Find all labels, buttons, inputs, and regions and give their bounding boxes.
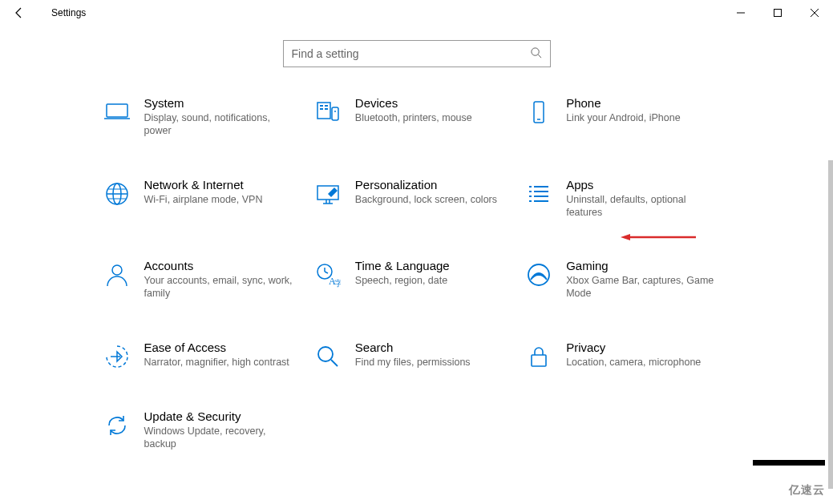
tile-privacy[interactable]: Privacy Location, camera, microphone xyxy=(526,341,718,369)
svg-rect-11 xyxy=(320,108,323,110)
tile-title: Update & Security xyxy=(144,409,297,423)
tile-desc: Speech, region, date xyxy=(355,274,507,287)
tile-gaming[interactable]: Gaming Xbox Game Bar, captures, Game Mod… xyxy=(526,259,718,300)
tile-title: Time & Language xyxy=(355,259,507,272)
svg-point-34 xyxy=(112,265,122,275)
svg-rect-6 xyxy=(107,104,127,117)
devices-icon xyxy=(315,99,341,125)
tile-title: Personalization xyxy=(355,178,507,192)
search-input[interactable] xyxy=(292,47,530,60)
vertical-scrollbar[interactable] xyxy=(828,160,833,489)
settings-grid: System Display, sound, notifications, po… xyxy=(104,96,730,474)
tile-title: Phone xyxy=(566,96,718,110)
minimize-button[interactable] xyxy=(722,0,759,26)
tile-desc: Find my files, permissions xyxy=(355,356,507,369)
watermark-text: 亿速云 xyxy=(789,483,825,498)
watermark-bar xyxy=(753,460,825,466)
tile-devices[interactable]: Devices Bluetooth, printers, mouse xyxy=(315,96,507,138)
close-button[interactable] xyxy=(796,0,833,26)
apps-icon xyxy=(526,181,552,207)
tile-title: Accounts xyxy=(144,259,297,272)
ease-of-access-icon xyxy=(104,344,130,369)
tile-title: Gaming xyxy=(566,259,718,272)
gaming-icon xyxy=(526,262,552,288)
svg-rect-9 xyxy=(320,105,323,107)
tile-desc: Bluetooth, printers, mouse xyxy=(355,111,507,124)
window-title: Settings xyxy=(38,7,86,18)
tile-title: Privacy xyxy=(566,341,718,354)
tile-time-language[interactable]: A字 Time & Language Speech, region, date xyxy=(315,259,507,300)
tile-title: Ease of Access xyxy=(144,341,297,354)
svg-line-37 xyxy=(325,272,328,273)
tile-accounts[interactable]: Accounts Your accounts, email, sync, wor… xyxy=(104,259,297,300)
tile-phone[interactable]: Phone Link your Android, iPhone xyxy=(526,96,718,138)
personalization-icon xyxy=(315,181,341,207)
tile-desc: Narrator, magnifier, high contrast xyxy=(144,356,297,369)
search-icon xyxy=(530,46,542,61)
svg-rect-10 xyxy=(325,105,328,107)
window-controls xyxy=(722,0,833,26)
time-language-icon: A字 xyxy=(315,262,341,288)
tile-title: System xyxy=(144,96,297,110)
tile-desc: Location, camera, microphone xyxy=(566,356,718,369)
tile-title: Apps xyxy=(566,178,718,192)
globe-icon xyxy=(104,181,130,207)
svg-rect-13 xyxy=(332,107,338,120)
content-area: System Display, sound, notifications, po… xyxy=(0,26,833,504)
tile-title: Search xyxy=(355,341,507,354)
svg-rect-45 xyxy=(532,355,546,366)
svg-point-14 xyxy=(334,111,336,112)
titlebar: Settings xyxy=(0,0,833,26)
tile-desc: Link your Android, iPhone xyxy=(566,111,718,124)
system-icon xyxy=(104,99,130,125)
tile-title: Devices xyxy=(355,96,507,110)
back-button[interactable] xyxy=(0,0,38,26)
tile-title: Network & Internet xyxy=(144,178,297,192)
tile-search[interactable]: Search Find my files, permissions xyxy=(315,341,507,369)
tile-update-security[interactable]: Update & Security Windows Update, recove… xyxy=(104,409,297,451)
tile-personalization[interactable]: Personalization Background, lock screen,… xyxy=(315,178,507,220)
svg-rect-8 xyxy=(317,103,330,119)
tile-ease-of-access[interactable]: Ease of Access Narrator, magnifier, high… xyxy=(104,341,297,369)
maximize-button[interactable] xyxy=(759,0,796,26)
tile-desc: Background, lock screen, colors xyxy=(355,193,507,206)
search-category-icon xyxy=(315,344,341,369)
svg-text:字: 字 xyxy=(334,279,341,288)
search-container xyxy=(0,26,833,96)
svg-point-4 xyxy=(531,48,538,55)
privacy-icon xyxy=(526,344,552,369)
phone-icon xyxy=(526,99,552,125)
update-icon xyxy=(104,413,130,438)
tile-desc: Wi-Fi, airplane mode, VPN xyxy=(144,193,297,206)
svg-line-5 xyxy=(538,54,541,58)
accounts-icon xyxy=(104,262,130,288)
svg-point-43 xyxy=(318,347,333,361)
svg-line-44 xyxy=(331,360,338,366)
tile-desc: Uninstall, defaults, optional features xyxy=(566,193,718,220)
tile-network[interactable]: Network & Internet Wi-Fi, airplane mode,… xyxy=(104,178,297,220)
tile-desc: Your accounts, email, sync, work, family xyxy=(144,274,297,300)
search-box[interactable] xyxy=(283,40,551,67)
tile-desc: Xbox Game Bar, captures, Game Mode xyxy=(566,274,718,300)
tile-desc: Display, sound, notifications, power xyxy=(144,111,297,138)
tile-apps[interactable]: Apps Uninstall, defaults, optional featu… xyxy=(526,178,718,220)
tile-desc: Windows Update, recovery, backup xyxy=(144,425,297,451)
svg-rect-12 xyxy=(325,108,328,110)
tile-system[interactable]: System Display, sound, notifications, po… xyxy=(104,96,297,138)
svg-rect-1 xyxy=(774,10,782,17)
